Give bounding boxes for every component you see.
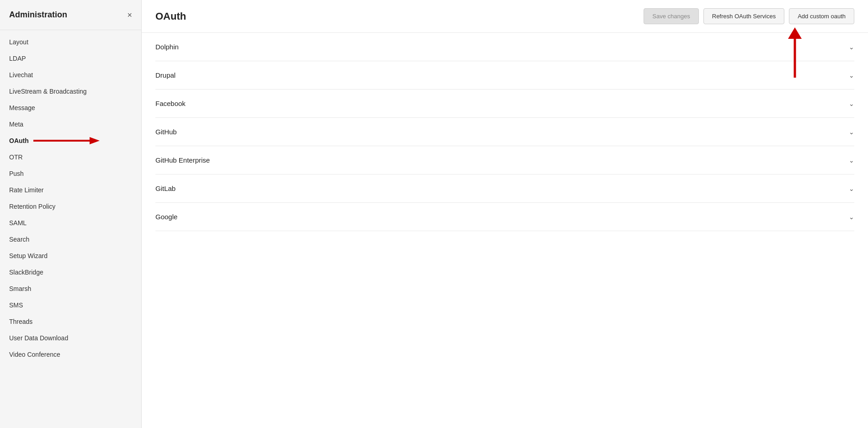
sidebar-item-sms[interactable]: SMS xyxy=(0,297,141,313)
sidebar-item-ldap[interactable]: LDAP xyxy=(0,50,141,67)
sidebar-item-threads[interactable]: Threads xyxy=(0,313,141,330)
sidebar-nav: LayoutLDAPLivechatLiveStream & Broadcast… xyxy=(0,30,141,428)
oauth-provider-item: GitHub Enterprise⌄ xyxy=(155,146,854,174)
sidebar-header: Administration × xyxy=(0,0,141,30)
oauth-provider-item: Google⌄ xyxy=(155,203,854,231)
sidebar-item-video-conference[interactable]: Video Conference xyxy=(0,346,141,363)
sidebar-item-livechat[interactable]: Livechat xyxy=(0,67,141,83)
sidebar-item-setup-wizard[interactable]: Setup Wizard xyxy=(0,248,141,264)
sidebar-item-rate-limiter[interactable]: Rate Limiter xyxy=(0,182,141,198)
oauth-provider-name: GitHub xyxy=(155,128,177,136)
chevron-down-icon: ⌄ xyxy=(849,157,854,164)
header-buttons: Save changes Refresh OAuth Services Add … xyxy=(644,8,854,24)
oauth-provider-header-google[interactable]: Google⌄ xyxy=(155,203,854,231)
chevron-down-icon: ⌄ xyxy=(849,128,854,136)
add-custom-oauth-button[interactable]: Add custom oauth xyxy=(789,8,854,24)
oauth-provider-name: GitHub Enterprise xyxy=(155,156,210,164)
oauth-provider-item: Dolphin⌄ xyxy=(155,33,854,61)
chevron-down-icon: ⌄ xyxy=(849,185,854,192)
oauth-provider-name: Facebook xyxy=(155,100,186,107)
oauth-provider-name: Google xyxy=(155,213,177,221)
oauth-provider-header-facebook[interactable]: Facebook⌄ xyxy=(155,90,854,117)
oauth-provider-name: Dolphin xyxy=(155,43,179,51)
oauth-provider-item: GitLab⌄ xyxy=(155,174,854,203)
oauth-provider-item: Facebook⌄ xyxy=(155,90,854,118)
oauth-provider-item: GitHub⌄ xyxy=(155,118,854,146)
oauth-providers-list: Dolphin⌄Drupal⌄Facebook⌄GitHub⌄GitHub En… xyxy=(142,33,868,428)
oauth-provider-header-drupal[interactable]: Drupal⌄ xyxy=(155,61,854,89)
sidebar-title: Administration xyxy=(9,10,67,20)
oauth-provider-header-github-enterprise[interactable]: GitHub Enterprise⌄ xyxy=(155,146,854,174)
sidebar-item-livestream[interactable]: LiveStream & Broadcasting xyxy=(0,83,141,100)
chevron-down-icon: ⌄ xyxy=(849,213,854,221)
chevron-down-icon: ⌄ xyxy=(849,43,854,51)
sidebar-item-oauth[interactable]: OAuth xyxy=(0,132,141,149)
chevron-down-icon: ⌄ xyxy=(849,72,854,79)
page-title: OAuth xyxy=(155,11,186,22)
oauth-provider-header-github[interactable]: GitHub⌄ xyxy=(155,118,854,146)
sidebar-item-search[interactable]: Search xyxy=(0,231,141,248)
sidebar-item-smarsh[interactable]: Smarsh xyxy=(0,280,141,297)
sidebar: Administration × LayoutLDAPLivechatLiveS… xyxy=(0,0,142,428)
oauth-provider-name: Drupal xyxy=(155,71,176,79)
oauth-provider-header-gitlab[interactable]: GitLab⌄ xyxy=(155,174,854,202)
sidebar-item-user-data-download[interactable]: User Data Download xyxy=(0,330,141,346)
sidebar-item-saml[interactable]: SAML xyxy=(0,215,141,231)
sidebar-item-otr[interactable]: OTR xyxy=(0,149,141,165)
main-header: OAuth Save changes Refresh OAuth Service… xyxy=(142,0,868,33)
sidebar-item-layout[interactable]: Layout xyxy=(0,34,141,50)
sidebar-item-push[interactable]: Push xyxy=(0,165,141,182)
sidebar-item-message[interactable]: Message xyxy=(0,100,141,116)
sidebar-close-button[interactable]: × xyxy=(127,11,132,19)
oauth-provider-name: GitLab xyxy=(155,185,176,192)
oauth-provider-header-dolphin[interactable]: Dolphin⌄ xyxy=(155,33,854,61)
refresh-oauth-button[interactable]: Refresh OAuth Services xyxy=(703,8,784,24)
oauth-provider-item: Drupal⌄ xyxy=(155,61,854,90)
chevron-down-icon: ⌄ xyxy=(849,100,854,107)
sidebar-item-retention-policy[interactable]: Retention Policy xyxy=(0,198,141,215)
sidebar-item-meta[interactable]: Meta xyxy=(0,116,141,132)
main-content-area: OAuth Save changes Refresh OAuth Service… xyxy=(142,0,868,428)
sidebar-item-slackbridge[interactable]: SlackBridge xyxy=(0,264,141,280)
save-changes-button[interactable]: Save changes xyxy=(644,8,698,24)
